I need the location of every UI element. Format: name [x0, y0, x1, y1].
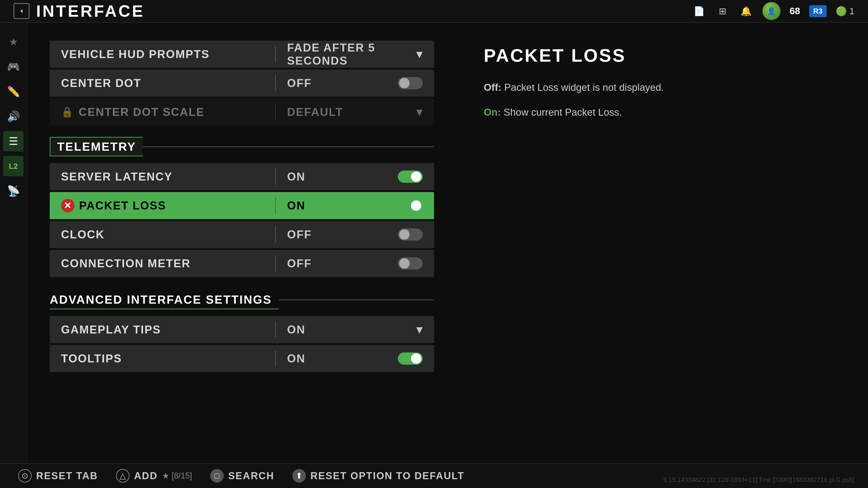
back-button[interactable] — [13, 3, 29, 19]
tooltips-toggle[interactable] — [398, 352, 423, 365]
sidebar-item-favorites[interactable]: ★ — [3, 32, 24, 52]
center-dot-row[interactable]: CENTER DOT OFF — [50, 70, 434, 97]
reset-option-icon: ⬆ — [292, 469, 306, 483]
main-content: VEHICLE HUD PROMPTS FADE AFTER 5 SECONDS… — [27, 23, 868, 463]
clock-value: OFF — [276, 228, 434, 241]
vehicle-hud-prompts-label: VEHICLE HUD PROMPTS — [50, 48, 275, 61]
lock-icon: 🔒 — [61, 106, 74, 118]
tooltips-value: ON — [276, 352, 434, 365]
dropdown-arrow-icon: ▾ — [416, 323, 423, 336]
reset-tab-action[interactable]: ⊙ RESET TAB — [18, 469, 98, 483]
keyword-off: Off: — [484, 82, 501, 93]
avatar: 👤 — [763, 2, 780, 20]
add-icon: △ — [116, 469, 129, 483]
add-action[interactable]: △ ADD ★ [8/15] — [116, 469, 192, 483]
clock-row[interactable]: CLOCK OFF — [50, 221, 434, 248]
search-label: SEARCH — [228, 470, 274, 482]
connection-meter-row[interactable]: CONNECTION METER OFF — [50, 250, 434, 277]
info-text-off: Off: Packet Loss widget is not displayed… — [484, 79, 841, 95]
rank-badge: R3 — [809, 5, 827, 17]
advanced-section-label: ADVANCED INTERFACE SETTINGS — [50, 291, 278, 309]
dropdown-arrow-icon: ▾ — [416, 48, 423, 61]
keyword-on: On: — [484, 107, 501, 118]
vehicle-hud-prompts-row[interactable]: VEHICLE HUD PROMPTS FADE AFTER 5 SECONDS… — [50, 41, 434, 68]
vehicle-hud-prompts-value: FADE AFTER 5 SECONDS ▾ — [276, 41, 434, 67]
search-action[interactable]: □ SEARCH — [210, 469, 274, 483]
server-latency-label: SERVER LATENCY — [50, 170, 275, 183]
topbar: INTERFACE 📄 ⊞ 🔔 👤 68 R3 🟢 1 — [0, 0, 868, 23]
server-latency-toggle[interactable] — [398, 170, 423, 183]
dropdown-arrow-icon: ▾ — [416, 105, 423, 119]
add-label: ADD — [134, 470, 158, 482]
page-title: INTERFACE — [36, 2, 692, 20]
toggle-thumb — [411, 353, 421, 364]
server-latency-value: ON — [276, 170, 434, 183]
clock-toggle[interactable] — [398, 228, 423, 240]
tooltips-label: TOOLTIPS — [50, 352, 275, 365]
toggle-thumb — [411, 200, 421, 211]
info-text-on: On: Show current Packet Loss. — [484, 104, 841, 120]
toggle-thumb — [399, 258, 410, 269]
sidebar-item-interface[interactable]: ☰ — [3, 131, 24, 151]
sidebar-item-controller[interactable]: 🎮 — [3, 57, 24, 77]
toggle-thumb — [399, 229, 410, 240]
toggle-thumb — [399, 78, 410, 88]
packet-loss-toggle[interactable] — [398, 199, 423, 212]
section-header-line — [278, 300, 434, 300]
grid-icon[interactable]: ⊞ — [715, 4, 730, 18]
reset-tab-icon: ⊙ — [18, 469, 32, 483]
document-icon[interactable]: 📄 — [692, 4, 706, 18]
bottombar: ⊙ RESET TAB △ ADD ★ [8/15] □ SEARCH ⬆ RE… — [0, 463, 868, 488]
center-dot-label: CENTER DOT — [50, 76, 275, 90]
search-icon: □ — [210, 469, 224, 483]
telemetry-section-header: TELEMETRY — [50, 137, 434, 156]
center-dot-scale-label: 🔒 CENTER DOT SCALE — [50, 105, 275, 119]
sidebar-tab-l2[interactable]: L2 — [3, 156, 24, 176]
sidebar-item-audio[interactable]: 🔊 — [3, 106, 24, 127]
settings-panel: VEHICLE HUD PROMPTS FADE AFTER 5 SECONDS… — [27, 23, 457, 463]
telemetry-section-label: TELEMETRY — [50, 137, 143, 156]
info-panel: PACKET LOSS Off: Packet Loss widget is n… — [457, 23, 868, 463]
gameplay-tips-value: ON ▾ — [276, 323, 434, 336]
center-dot-scale-row: 🔒 CENTER DOT SCALE DEFAULT ▾ — [50, 98, 434, 126]
connection-meter-value: OFF — [276, 257, 434, 270]
topbar-icons: 📄 ⊞ 🔔 👤 68 R3 🟢 1 — [692, 2, 855, 20]
center-dot-value: OFF — [276, 76, 434, 90]
version-text: 9.15.14334822 [31:128-1893+11] Tmc [7000… — [663, 476, 855, 484]
packet-loss-row[interactable]: ✕ PACKET LOSS ON — [50, 192, 434, 219]
center-dot-toggle[interactable] — [398, 77, 423, 89]
clock-label: CLOCK — [50, 228, 275, 241]
sidebar-item-network[interactable]: 📡 — [3, 181, 24, 201]
center-dot-scale-value: DEFAULT ▾ — [276, 105, 434, 119]
add-count: ★ [8/15] — [162, 471, 192, 481]
advanced-section-header: ADVANCED INTERFACE SETTINGS — [50, 291, 434, 309]
reset-option-action[interactable]: ⬆ RESET OPTION TO DEFAULT — [292, 469, 464, 483]
connection-meter-label: CONNECTION METER — [50, 257, 275, 270]
sidebar: ★ 🎮 ✏️ 🔊 ☰ L2 📡 — [0, 23, 27, 463]
section-header-line — [143, 147, 434, 147]
gameplay-tips-row[interactable]: GAMEPLAY TIPS ON ▾ — [50, 316, 434, 343]
server-latency-row[interactable]: SERVER LATENCY ON — [50, 163, 434, 190]
bell-icon[interactable]: 🔔 — [739, 4, 753, 18]
packet-loss-value: ON — [276, 199, 434, 212]
coin-count: 68 — [789, 6, 800, 17]
tooltips-row[interactable]: TOOLTIPS ON — [50, 345, 434, 372]
gameplay-tips-label: GAMEPLAY TIPS — [50, 323, 275, 336]
connection-meter-toggle[interactable] — [398, 257, 423, 269]
info-title: PACKET LOSS — [484, 45, 841, 66]
toggle-thumb — [411, 171, 421, 182]
sidebar-item-customize[interactable]: ✏️ — [3, 81, 24, 102]
reset-tab-label: RESET TAB — [36, 470, 98, 482]
reset-option-label: RESET OPTION TO DEFAULT — [310, 470, 464, 482]
player-count: 🟢 1 — [836, 6, 855, 17]
x-icon: ✕ — [61, 199, 74, 213]
packet-loss-label: ✕ PACKET LOSS — [50, 199, 275, 213]
